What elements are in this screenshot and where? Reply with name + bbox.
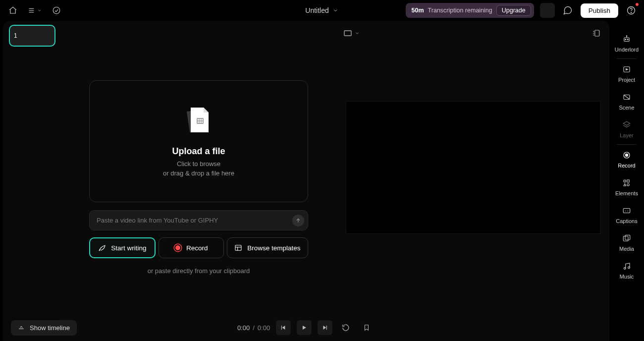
svg-rect-14 — [344, 31, 351, 36]
user-avatar[interactable] — [540, 3, 555, 18]
bookmark-button[interactable] — [359, 320, 374, 335]
menu-button[interactable] — [28, 3, 42, 17]
time-total: 0:00 — [258, 324, 270, 332]
loop-icon — [342, 324, 350, 332]
project-title-button[interactable]: Untitled — [305, 6, 338, 14]
svg-rect-32 — [627, 180, 630, 182]
record-dot-icon — [174, 244, 181, 251]
play-button[interactable] — [297, 320, 312, 335]
svg-marker-25 — [626, 69, 628, 70]
notification-dot — [635, 2, 639, 6]
loop-button[interactable] — [338, 320, 353, 335]
layer-icon — [622, 120, 631, 129]
upload-subtitle: Click to browse or drag & drop a file he… — [163, 160, 234, 178]
scene-thumbnail[interactable]: 1 — [9, 25, 55, 47]
transcription-label: Transcription remaining — [428, 7, 492, 14]
timeline-up-icon — [18, 324, 25, 331]
top-bar-right: 50m Transcription remaining Upgrade Publ… — [406, 3, 638, 18]
svg-point-34 — [627, 184, 630, 186]
svg-line-27 — [624, 95, 630, 100]
transport-controls: 0:00 / 0:00 — [237, 320, 374, 335]
sidebar-item-elements[interactable]: Elements — [612, 173, 642, 201]
panel-toggle-icon — [591, 29, 600, 38]
time-separator: / — [253, 324, 255, 332]
submit-link-button[interactable] — [292, 215, 304, 227]
arrow-up-icon — [295, 218, 301, 224]
quill-icon — [98, 244, 106, 252]
content-area: Upload a file Click to browse or drag & … — [60, 21, 609, 341]
preview-panel — [337, 21, 609, 341]
file-illustration — [179, 105, 218, 136]
show-timeline-button[interactable]: Show timeline — [11, 320, 77, 336]
link-input-wrap — [89, 210, 308, 230]
toggle-right-panel-button[interactable] — [591, 29, 600, 38]
svg-marker-40 — [282, 326, 285, 330]
time-display: 0:00 / 0:00 — [237, 324, 270, 332]
preview-topbar — [344, 29, 600, 38]
media-icon — [622, 234, 631, 243]
transcription-pill[interactable]: 50m Transcription remaining Upgrade — [406, 3, 534, 18]
skip-back-icon — [280, 324, 287, 331]
sidebar-item-captions[interactable]: Captions — [612, 201, 642, 229]
video-link-input[interactable] — [89, 210, 308, 230]
svg-rect-11 — [235, 245, 241, 251]
svg-point-3 — [53, 7, 60, 14]
svg-point-23 — [626, 36, 627, 37]
chevron-down-icon — [37, 8, 42, 13]
upgrade-button[interactable]: Upgrade — [496, 5, 531, 16]
main-area: 1 Upload a file — [0, 21, 644, 341]
project-icon — [622, 65, 631, 74]
sidebar-separator — [617, 58, 637, 59]
sidebar-item-music[interactable]: Music — [612, 257, 642, 284]
svg-point-21 — [627, 39, 628, 40]
svg-marker-42 — [303, 326, 306, 330]
skip-forward-button[interactable] — [318, 320, 332, 335]
robot-icon — [622, 35, 631, 44]
browse-templates-button[interactable]: Browse templates — [227, 237, 308, 258]
svg-rect-36 — [623, 236, 628, 241]
home-button[interactable] — [6, 3, 20, 17]
svg-rect-37 — [625, 235, 630, 240]
scene-strip: 1 — [3, 21, 60, 341]
home-icon — [8, 6, 17, 15]
svg-rect-41 — [281, 326, 282, 330]
top-bar-left — [6, 3, 63, 17]
play-icon — [301, 324, 308, 331]
chevron-down-icon — [355, 31, 360, 36]
sidebar-item-underlord[interactable]: Underlord — [612, 30, 642, 57]
svg-point-5 — [631, 12, 632, 13]
time-current: 0:00 — [237, 324, 250, 332]
upload-file-card[interactable]: Upload a file Click to browse or drag & … — [89, 80, 308, 202]
help-button[interactable] — [624, 3, 638, 17]
checkmark-status-button[interactable] — [50, 3, 63, 17]
svg-point-20 — [625, 39, 626, 40]
video-canvas[interactable] — [346, 101, 600, 234]
start-writing-button[interactable]: Start writing — [89, 237, 156, 258]
sidebar-item-layer[interactable]: Layer — [612, 115, 642, 143]
record-button[interactable]: Record — [159, 237, 224, 258]
publish-button[interactable]: Publish — [581, 3, 618, 18]
scene-icon — [622, 93, 631, 102]
chat-icon — [563, 5, 573, 15]
aspect-icon — [344, 30, 352, 36]
check-circle-icon — [52, 6, 61, 15]
sidebar-separator — [617, 144, 637, 145]
svg-rect-35 — [623, 209, 630, 213]
captions-icon — [622, 206, 631, 215]
chevron-down-icon — [333, 7, 339, 13]
menu-icon — [28, 6, 35, 14]
music-icon — [622, 262, 631, 271]
aspect-ratio-button[interactable] — [344, 30, 360, 36]
bookmark-icon — [363, 324, 370, 332]
svg-point-30 — [625, 154, 628, 156]
svg-point-31 — [624, 180, 626, 182]
templates-icon — [234, 244, 242, 252]
sidebar-item-project[interactable]: Project — [612, 60, 642, 88]
scene-number: 1 — [14, 32, 17, 39]
upload-title: Upload a file — [172, 146, 225, 157]
skip-back-button[interactable] — [276, 320, 291, 335]
comments-button[interactable] — [561, 3, 575, 17]
sidebar-item-record[interactable]: Record — [612, 146, 642, 173]
sidebar-item-scene[interactable]: Scene — [612, 88, 642, 115]
sidebar-item-media[interactable]: Media — [612, 229, 642, 257]
